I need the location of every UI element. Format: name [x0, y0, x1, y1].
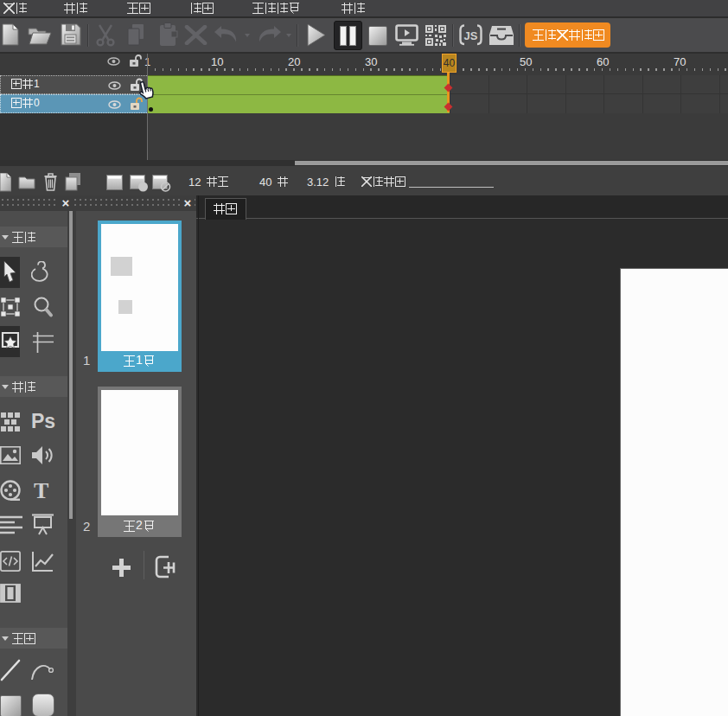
svg-text:JS: JS: [464, 29, 478, 42]
